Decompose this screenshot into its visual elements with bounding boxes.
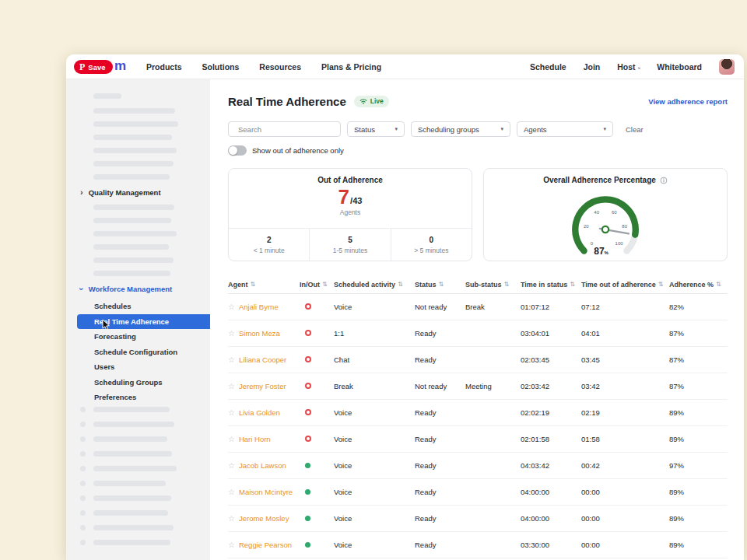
in-adherence-dot-icon: [305, 542, 310, 548]
agent-link[interactable]: Livia Golden: [239, 408, 280, 417]
page-title: Real Time Adherence: [228, 95, 346, 108]
sort-icon[interactable]: ⇅: [570, 281, 575, 288]
nav-item-host[interactable]: Host›: [617, 62, 640, 72]
sort-icon[interactable]: ⇅: [398, 281, 403, 288]
status-cell: Not ready: [415, 382, 465, 390]
agent-cell: ☆Liliana Cooper: [228, 355, 300, 364]
table-row: ☆Liliana CooperChatReady02:03:4503:4587%: [228, 347, 728, 373]
star-icon[interactable]: ☆: [228, 408, 235, 417]
star-icon[interactable]: ☆: [228, 382, 235, 390]
column-in-out[interactable]: In/Out⇅: [300, 281, 334, 289]
agent-link[interactable]: Jeremy Foster: [239, 382, 286, 390]
table-header: Agent⇅ In/Out⇅ Scheduled activity⇅ Statu…: [228, 275, 728, 294]
status-cell: Ready: [415, 435, 465, 443]
status-cell: Ready: [415, 461, 465, 470]
time-out-cell: 07:12: [581, 303, 669, 311]
nav-item-products[interactable]: Products: [146, 62, 182, 72]
search-box[interactable]: [228, 121, 341, 137]
agent-link[interactable]: Jacob Lawson: [239, 461, 286, 470]
nav-item-resources[interactable]: Resources: [259, 62, 301, 72]
nav-item-plans-pricing[interactable]: Plans & Pricing: [321, 62, 381, 72]
nav-item-join[interactable]: Join: [584, 62, 601, 72]
scheduled-activity-cell: Voice: [334, 303, 415, 311]
star-icon[interactable]: ☆: [228, 461, 235, 470]
column-adherence-pct[interactable]: Adherence %⇅: [669, 281, 728, 289]
star-icon[interactable]: ☆: [228, 303, 235, 311]
adherence-cell: 89%: [669, 408, 728, 417]
column-scheduled-activity[interactable]: Scheduled activity⇅: [334, 281, 415, 289]
table-row: ☆Hari HornVoiceReady02:01:5801:5889%: [228, 426, 728, 453]
app-logo[interactable]: m: [114, 58, 126, 74]
sidebar-item-schedules[interactable]: Schedules: [66, 299, 210, 314]
column-agent[interactable]: Agent⇅: [228, 281, 300, 289]
pinterest-save-button[interactable]: P Save: [74, 60, 113, 74]
nav-item-schedule[interactable]: Schedule: [530, 62, 566, 72]
sort-icon[interactable]: ⇅: [716, 281, 721, 288]
skeleton-row: [80, 451, 210, 457]
adherence-cell: 87%: [669, 329, 728, 338]
view-adherence-report-link[interactable]: View adherence report: [648, 97, 728, 106]
info-icon[interactable]: [660, 177, 668, 184]
scheduling-groups-dropdown[interactable]: Scheduling groups▾: [411, 121, 510, 137]
time-out-cell: 03:42: [581, 382, 669, 390]
agent-link[interactable]: Jerome Mosley: [239, 514, 289, 523]
chevron-down-icon: ▾: [395, 126, 398, 132]
column-time-in-status[interactable]: Time in status⇅: [521, 281, 581, 289]
adherence-cell: 87%: [669, 382, 728, 390]
agent-link[interactable]: Anjali Byrne: [239, 303, 279, 311]
skeleton-row: [80, 495, 210, 501]
nav-item-solutions[interactable]: Solutions: [202, 62, 240, 72]
time-out-cell: 00:42: [581, 461, 669, 470]
sidebar-item-schedule-configuration[interactable]: Schedule Configuration: [66, 345, 210, 360]
star-icon[interactable]: ☆: [228, 488, 235, 496]
live-badge: Live: [354, 96, 389, 107]
star-icon[interactable]: ☆: [228, 435, 235, 443]
inout-cell: [300, 461, 334, 470]
agent-link[interactable]: Hari Horn: [239, 435, 271, 443]
agent-link[interactable]: Maison Mcintyre: [239, 488, 293, 496]
column-status[interactable]: Status⇅: [415, 281, 465, 289]
svg-text:0: 0: [591, 241, 594, 246]
agent-link[interactable]: Simon Meza: [239, 329, 280, 338]
column-sub-status[interactable]: Sub-status⇅: [465, 281, 521, 289]
sort-icon[interactable]: ⇅: [251, 281, 256, 288]
agent-link[interactable]: Reggie Pearson: [239, 541, 292, 549]
star-icon[interactable]: ☆: [228, 329, 235, 338]
sort-icon[interactable]: ⇅: [658, 281, 664, 288]
sidebar-item-preferences[interactable]: Preferences: [66, 390, 210, 405]
sidebar-item-users[interactable]: Users: [66, 359, 210, 375]
star-icon[interactable]: ☆: [228, 355, 235, 364]
sidebar-item-real-time-adherence[interactable]: Real Time Adherence: [77, 314, 210, 330]
agent-link[interactable]: Liliana Cooper: [239, 355, 286, 364]
user-avatar[interactable]: [719, 59, 735, 75]
sidebar-item-quality-management[interactable]: › Quality Management: [66, 187, 210, 198]
column-time-out-of-adherence[interactable]: Time out of adherence⇅: [581, 281, 669, 289]
sort-icon[interactable]: ⇅: [322, 281, 328, 288]
clear-filters-button[interactable]: Clear: [626, 125, 644, 134]
star-icon[interactable]: ☆: [228, 514, 235, 523]
svg-text:87%: 87%: [594, 246, 608, 257]
out-count: 7: [338, 187, 349, 207]
inout-cell: [300, 435, 334, 443]
inout-cell: [300, 488, 334, 496]
star-icon[interactable]: ☆: [228, 541, 235, 549]
skeleton-row: [93, 205, 210, 210]
sidebar-item-forecasting[interactable]: Forecasting: [66, 329, 210, 345]
status-cell: Not ready: [415, 303, 465, 311]
out-of-adherence-dot-icon: [305, 356, 311, 362]
out-of-adherence-toggle[interactable]: [228, 145, 247, 156]
scheduled-activity-cell: Break: [334, 382, 415, 390]
status-dropdown[interactable]: Status▾: [347, 121, 405, 137]
agents-dropdown[interactable]: Agents▾: [517, 121, 613, 137]
nav-item-whiteboard[interactable]: Whiteboard: [657, 62, 702, 72]
sort-icon[interactable]: ⇅: [504, 281, 510, 288]
search-input[interactable]: [238, 125, 341, 134]
sort-icon[interactable]: ⇅: [439, 281, 444, 288]
skeleton-row: [80, 407, 210, 412]
time-in-status-cell: 03:30:00: [521, 541, 581, 549]
sidebar-item-workforce-management[interactable]: › Workforce Management: [66, 284, 210, 294]
table-row: ☆Maison McintyreVoiceReady04:00:0000:008…: [228, 479, 728, 506]
wm-items: SchedulesReal Time AdherenceForecastingS…: [66, 299, 210, 405]
sidebar-item-scheduling-groups[interactable]: Scheduling Groups: [66, 375, 210, 390]
breakdown-over-5min: 0 > 5 minutes: [391, 229, 472, 261]
